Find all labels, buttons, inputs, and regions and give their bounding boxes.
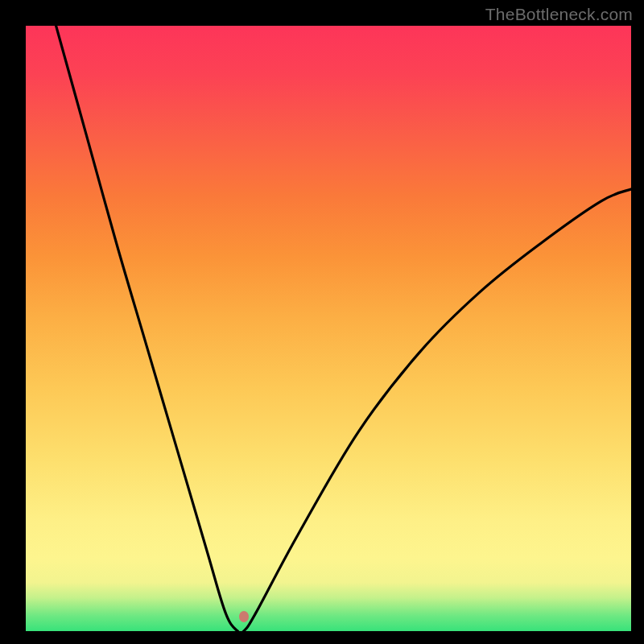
bottleneck-curve [26, 26, 631, 631]
plot-area [26, 26, 631, 631]
optimal-point-marker [239, 611, 249, 622]
watermark-text: TheBottleneck.com [485, 5, 633, 24]
chart-frame: TheBottleneck.com [0, 0, 644, 644]
